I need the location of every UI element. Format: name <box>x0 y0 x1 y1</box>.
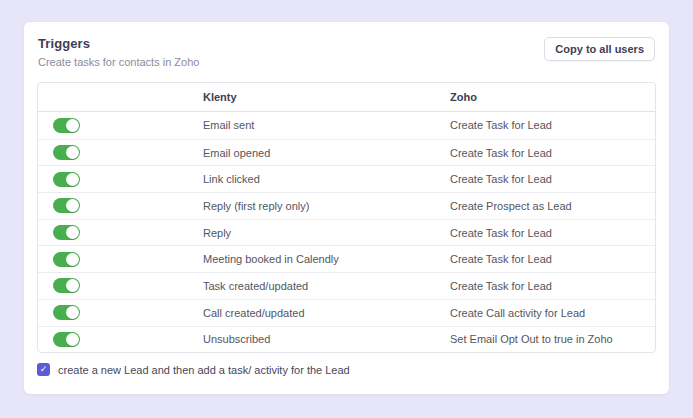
klenty-event-cell: Email sent <box>203 119 450 131</box>
zoho-action-cell: Create Call activity for Lead <box>450 307 655 319</box>
toggle-cell <box>38 278 203 293</box>
klenty-event-cell: Task created/updated <box>203 280 450 292</box>
row-toggle-switch[interactable] <box>53 145 80 160</box>
zoho-action-cell: Create Task for Lead <box>450 227 655 239</box>
toggle-knob-icon <box>66 253 79 266</box>
klenty-event-cell: Reply <box>203 227 450 239</box>
zoho-action-cell: Set Email Opt Out to true in Zoho <box>450 333 655 345</box>
zoho-action-cell: Create Task for Lead <box>450 119 655 131</box>
panel-titles: Triggers Create tasks for contacts in Zo… <box>38 36 199 68</box>
table-row: Link clicked Create Task for Lead <box>38 165 655 192</box>
toggle-cell <box>38 305 203 320</box>
toggle-knob-icon <box>66 119 79 132</box>
toggle-cell <box>38 198 203 213</box>
toggle-cell <box>38 252 203 267</box>
table-body: Email sent Create Task for Lead Email op… <box>38 112 655 352</box>
toggle-cell <box>38 145 203 160</box>
klenty-event-cell: Reply (first reply only) <box>203 200 450 212</box>
klenty-event-cell: Unsubscribed <box>203 333 450 345</box>
table-header-row: Klenty Zoho <box>38 83 655 112</box>
row-toggle-switch[interactable] <box>53 305 80 320</box>
klenty-event-cell: Meeting booked in Calendly <box>203 253 450 265</box>
page-subtitle: Create tasks for contacts in Zoho <box>38 56 199 68</box>
footer-option-row: ✓ create a new Lead and then add a task/… <box>37 363 656 376</box>
toggle-cell <box>38 332 203 347</box>
table-row: Meeting booked in Calendly Create Task f… <box>38 245 655 272</box>
create-lead-checkbox[interactable]: ✓ <box>37 363 50 376</box>
table-row: Unsubscribed Set Email Opt Out to true i… <box>38 326 655 353</box>
klenty-event-cell: Call created/updated <box>203 307 450 319</box>
toggle-knob-icon <box>66 226 79 239</box>
row-toggle-switch[interactable] <box>53 118 80 133</box>
klenty-event-cell: Link clicked <box>203 173 450 185</box>
toggle-knob-icon <box>66 146 79 159</box>
row-toggle-switch[interactable] <box>53 252 80 267</box>
toggle-knob-icon <box>66 279 79 292</box>
toggle-knob-icon <box>66 199 79 212</box>
table-row: Reply Create Task for Lead <box>38 219 655 246</box>
page-title: Triggers <box>38 36 199 51</box>
zoho-action-cell: Create Task for Lead <box>450 253 655 265</box>
column-header-zoho: Zoho <box>450 91 655 103</box>
table-row: Reply (first reply only) Create Prospect… <box>38 192 655 219</box>
column-header-klenty: Klenty <box>203 91 450 103</box>
toggle-knob-icon <box>66 306 79 319</box>
toggle-cell <box>38 118 203 133</box>
row-toggle-switch[interactable] <box>53 198 80 213</box>
row-toggle-switch[interactable] <box>53 172 80 187</box>
copy-to-all-users-button[interactable]: Copy to all users <box>544 37 655 61</box>
checkmark-icon: ✓ <box>40 365 48 374</box>
triggers-panel: Triggers Create tasks for contacts in Zo… <box>24 22 669 394</box>
panel-header: Triggers Create tasks for contacts in Zo… <box>24 22 669 68</box>
row-toggle-switch[interactable] <box>53 278 80 293</box>
table-row: Call created/updated Create Call activit… <box>38 299 655 326</box>
zoho-action-cell: Create Task for Lead <box>450 280 655 292</box>
klenty-event-cell: Email opened <box>203 147 450 159</box>
row-toggle-switch[interactable] <box>53 332 80 347</box>
table-row: Email opened Create Task for Lead <box>38 139 655 166</box>
toggle-knob-icon <box>66 173 79 186</box>
table-row: Task created/updated Create Task for Lea… <box>38 272 655 299</box>
zoho-action-cell: Create Task for Lead <box>450 173 655 185</box>
table-row: Email sent Create Task for Lead <box>38 112 655 139</box>
toggle-cell <box>38 225 203 240</box>
zoho-action-cell: Create Prospect as Lead <box>450 200 655 212</box>
create-lead-checkbox-label: create a new Lead and then add a task/ a… <box>58 364 350 376</box>
zoho-action-cell: Create Task for Lead <box>450 147 655 159</box>
toggle-knob-icon <box>66 333 79 346</box>
toggle-cell <box>38 172 203 187</box>
triggers-table: Klenty Zoho Email sent Create Task for L… <box>37 82 656 353</box>
row-toggle-switch[interactable] <box>53 225 80 240</box>
